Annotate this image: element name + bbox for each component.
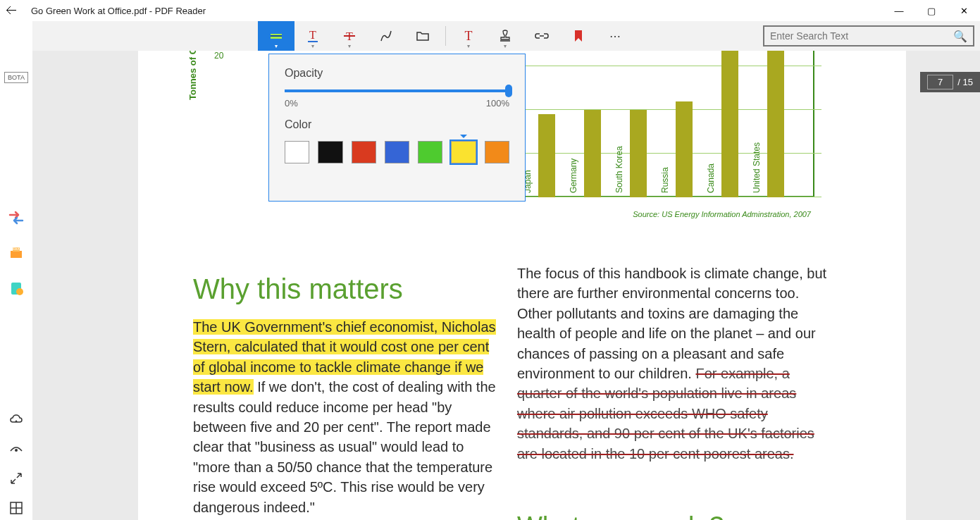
svg-rect-0 [11, 251, 22, 258]
chart-bar [630, 110, 647, 197]
color-swatches [285, 141, 509, 163]
page-total: / 15 [957, 77, 973, 87]
color-swatch[interactable] [485, 141, 509, 163]
search-box[interactable]: 🔍 [763, 25, 974, 47]
fax-icon[interactable]: FAX [8, 245, 24, 261]
chart-bar [538, 114, 555, 197]
link-tool[interactable] [523, 21, 560, 51]
chart-ylabel: Tonnes of CO₂ [187, 51, 198, 100]
clipboard-icon[interactable] [8, 280, 24, 296]
maximize-button[interactable]: ▢ [915, 0, 948, 21]
underline-tool[interactable]: T ▾ [294, 21, 331, 51]
opacity-slider[interactable] [285, 89, 509, 92]
heading-what-can-we-do: What can we do? [517, 512, 724, 520]
chart-bar [676, 101, 693, 197]
chart-bar-label: United States [752, 142, 762, 193]
folder-tool[interactable] [404, 21, 441, 51]
bookmark-tool[interactable] [560, 21, 597, 51]
chart-tick-20: 20 [214, 51, 223, 61]
ink-tool[interactable] [368, 21, 404, 51]
stamp-tool[interactable]: ▾ [487, 21, 523, 51]
color-swatch[interactable] [385, 141, 409, 163]
title-bar: 🡠 Go Green Work at Office.pdf - PDF Read… [0, 0, 980, 21]
heading-why-matters: Why this matters [193, 273, 403, 305]
grid-icon[interactable] [8, 500, 24, 516]
chart-bar-label: Germany [569, 159, 578, 193]
highlight-options-popup: Opacity 0% 100% Color [268, 54, 526, 202]
back-button[interactable]: 🡠 [6, 4, 23, 17]
color-swatch[interactable] [285, 141, 309, 163]
chart-bar [584, 110, 601, 197]
color-swatch[interactable] [418, 141, 442, 163]
chart-bar-label: South Korea [614, 146, 624, 193]
expand-icon[interactable] [8, 471, 24, 486]
eye-icon[interactable] [8, 441, 24, 457]
page-indicator: 7 / 15 [920, 72, 980, 92]
color-swatch[interactable] [352, 141, 376, 163]
transfer-icon[interactable] [8, 210, 24, 225]
svg-point-5 [15, 449, 18, 452]
opacity-label: Opacity [285, 67, 509, 80]
chart-bar [767, 51, 784, 197]
color-label: Color [285, 118, 509, 131]
column-2-text: The focus of this handbook is climate ch… [517, 264, 827, 464]
svg-point-4 [16, 288, 23, 295]
chart-bar [721, 51, 738, 197]
highlight-tool[interactable]: ▾ [258, 21, 294, 51]
page-current[interactable]: 7 [927, 75, 953, 89]
left-sidebar: BOTA FAX [0, 21, 32, 520]
search-input[interactable] [770, 30, 953, 42]
cloud-icon[interactable] [8, 411, 24, 427]
bota-button[interactable]: BOTA [4, 72, 28, 83]
svg-text:FAX: FAX [13, 247, 20, 251]
chart-source: Source: US Energy Information Adminstrat… [633, 210, 811, 218]
text-tool[interactable]: T ▾ [450, 21, 487, 51]
minimize-button[interactable]: — [883, 0, 915, 21]
opacity-min: 0% [285, 98, 298, 109]
opacity-max: 100% [486, 98, 509, 109]
annotation-toolbar: ▾ T ▾ T ▾ T ▾ [32, 21, 980, 51]
chart-area: JapanGermanySouth KoreaRussiaCanadaUnite… [526, 51, 821, 227]
chart-bar-label: Canada [706, 163, 716, 193]
search-icon[interactable]: 🔍 [953, 30, 967, 43]
svg-text:T: T [465, 29, 473, 43]
color-swatch[interactable] [451, 141, 476, 163]
column-1-text: The UK Government's chief economist, Nic… [193, 317, 496, 517]
close-button[interactable]: ✕ [948, 0, 980, 21]
chart-bar-label: Russia [660, 167, 670, 193]
opacity-slider-thumb[interactable] [505, 85, 512, 97]
strikethrough-tool[interactable]: T ▾ [331, 21, 368, 51]
svg-text:T: T [309, 29, 316, 41]
color-swatch[interactable] [318, 141, 342, 163]
more-tool[interactable]: ⋯ [597, 21, 633, 51]
window-title: Go Green Work at Office.pdf - PDF Reader [31, 6, 206, 16]
